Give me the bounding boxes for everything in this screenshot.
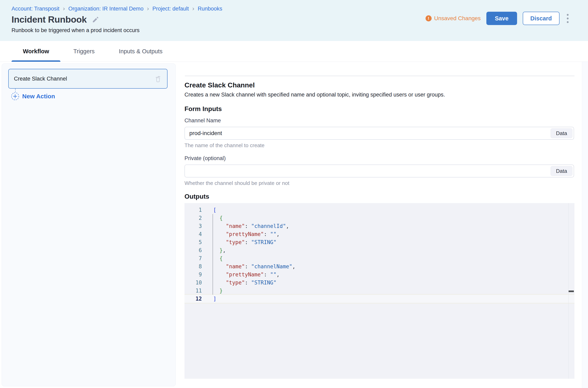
tab-bar: Workflow Triggers Inputs & Outputs xyxy=(0,41,588,62)
code-line-4: 4 "prettyName": "", xyxy=(185,230,574,238)
private-label: Private (optional) xyxy=(185,155,574,162)
plus-icon xyxy=(11,92,19,100)
page-scrollbar-track[interactable] xyxy=(582,62,588,388)
workflow-steps-panel: Create Slack Channel New A xyxy=(2,63,176,386)
code-line-11: 11 } xyxy=(185,287,574,295)
tab-triggers[interactable]: Triggers xyxy=(62,41,106,62)
line-content: "name": "channelId", xyxy=(202,222,289,230)
discard-button[interactable]: Discard xyxy=(523,12,560,25)
line-content: "prettyName": "", xyxy=(202,230,280,238)
tab-inputs-outputs-label: Inputs & Outputs xyxy=(119,48,162,55)
unsaved-changes-status: ! Unsaved Changes xyxy=(426,15,481,22)
code-line-7: 7 { xyxy=(185,254,574,263)
line-number: 12 xyxy=(185,295,202,303)
line-content: { xyxy=(202,254,223,263)
line-content: }, xyxy=(202,246,226,254)
header: Account: Transposit › Organization: IR I… xyxy=(0,0,588,41)
page-title: Incident Runbook xyxy=(12,14,87,25)
code-line-5: 5 "type": "STRING" xyxy=(185,238,574,246)
line-number: 1 xyxy=(185,206,202,214)
line-number: 5 xyxy=(185,238,202,246)
content-area: Create Slack Channel New A xyxy=(0,62,588,388)
line-number: 10 xyxy=(185,279,202,287)
code-line-3: 3 "name": "channelId", xyxy=(185,222,574,230)
header-actions: ! Unsaved Changes Save Discard xyxy=(426,12,570,25)
save-button[interactable]: Save xyxy=(486,12,517,25)
tab-workflow[interactable]: Workflow xyxy=(12,41,60,62)
line-content: "type": "STRING" xyxy=(202,238,276,246)
workflow-connector-line xyxy=(15,89,176,92)
channel-name-input-wrap: Data xyxy=(185,127,574,140)
code-line-1: 1[ xyxy=(185,206,574,214)
code-line-10: 10 "type": "STRING" xyxy=(185,279,574,287)
line-number: 8 xyxy=(185,263,202,270)
line-content: { xyxy=(202,214,223,222)
private-data-button[interactable]: Data xyxy=(551,166,572,176)
tab-triggers-label: Triggers xyxy=(73,48,95,55)
page-subtitle: Runbook to be triggered when a prod inci… xyxy=(12,27,588,33)
tab-workflow-label: Workflow xyxy=(23,48,49,55)
breadcrumb-item-account[interactable]: Account: Transposit xyxy=(12,6,59,12)
breadcrumb-item-project[interactable]: Project: default xyxy=(152,6,189,12)
breadcrumb: Account: Transposit › Organization: IR I… xyxy=(12,6,588,12)
active-tab-underline xyxy=(12,60,60,62)
delete-action-trash-icon[interactable] xyxy=(154,75,162,83)
private-input-wrap: Data xyxy=(185,165,574,177)
action-detail-title: Create Slack Channel xyxy=(185,81,574,89)
line-content: "type": "STRING" xyxy=(202,279,276,287)
line-content: [ xyxy=(202,206,216,214)
line-number: 2 xyxy=(185,214,202,222)
code-line-9: 9 "prettyName": "", xyxy=(185,270,574,279)
action-detail-panel: Create Slack Channel Creates a new Slack… xyxy=(185,62,574,388)
action-card-label: Create Slack Channel xyxy=(14,76,154,82)
tab-inputs-outputs[interactable]: Inputs & Outputs xyxy=(107,41,174,62)
code-line-2: 2 { xyxy=(185,214,574,222)
editor-scrollbar-cursor-marker xyxy=(569,291,574,292)
action-detail-description: Creates a new Slack channel with specifi… xyxy=(185,91,574,98)
line-content: "prettyName": "", xyxy=(202,270,280,279)
action-card-create-slack-channel[interactable]: Create Slack Channel xyxy=(8,69,167,89)
chevron-right-icon: › xyxy=(63,5,65,12)
outputs-code-editor[interactable]: 1[2 {3 "name": "channelId",4 "prettyName… xyxy=(185,203,574,379)
line-content: } xyxy=(202,287,223,295)
chevron-right-icon: › xyxy=(147,5,149,12)
channel-name-label: Channel Name xyxy=(185,117,574,124)
channel-name-help-text: The name of the channel to create xyxy=(185,142,574,149)
chevron-right-icon: › xyxy=(192,5,194,12)
line-number: 4 xyxy=(185,230,202,238)
indent-guide-line xyxy=(213,214,213,295)
channel-name-input[interactable] xyxy=(185,127,574,140)
code-line-8: 8 "name": "channelName", xyxy=(185,263,574,270)
line-number: 6 xyxy=(185,246,202,254)
line-number: 7 xyxy=(185,254,202,263)
warning-icon: ! xyxy=(426,15,432,21)
form-inputs-heading: Form Inputs xyxy=(185,105,574,113)
runbook-editor-page: Account: Transposit › Organization: IR I… xyxy=(0,0,588,388)
edit-title-pencil-icon[interactable] xyxy=(92,16,99,23)
line-content: "name": "channelName", xyxy=(202,263,295,270)
editor-scrollbar-lane[interactable] xyxy=(568,203,574,379)
channel-name-data-button[interactable]: Data xyxy=(551,128,572,138)
code-line-6: 6 }, xyxy=(185,246,574,254)
more-options-kebab-icon[interactable] xyxy=(565,13,570,24)
line-number: 11 xyxy=(185,287,202,295)
line-content: ] xyxy=(202,295,216,303)
new-action-label: New Action xyxy=(22,93,55,100)
breadcrumb-item-organization[interactable]: Organization: IR Internal Demo xyxy=(68,6,143,12)
line-number: 9 xyxy=(185,270,202,279)
private-help-text: Whether the channel should be private or… xyxy=(185,180,574,187)
code-line-12: 12] xyxy=(185,295,574,303)
line-number: 3 xyxy=(185,222,202,230)
new-action-button[interactable]: New Action xyxy=(11,92,176,100)
code-lines: 1[2 {3 "name": "channelId",4 "prettyName… xyxy=(185,206,574,303)
breadcrumb-item-runbooks[interactable]: Runbooks xyxy=(198,6,222,12)
private-input[interactable] xyxy=(185,165,574,177)
unsaved-changes-label: Unsaved Changes xyxy=(434,15,481,22)
outputs-heading: Outputs xyxy=(185,193,574,200)
detail-top-divider xyxy=(185,76,574,76)
